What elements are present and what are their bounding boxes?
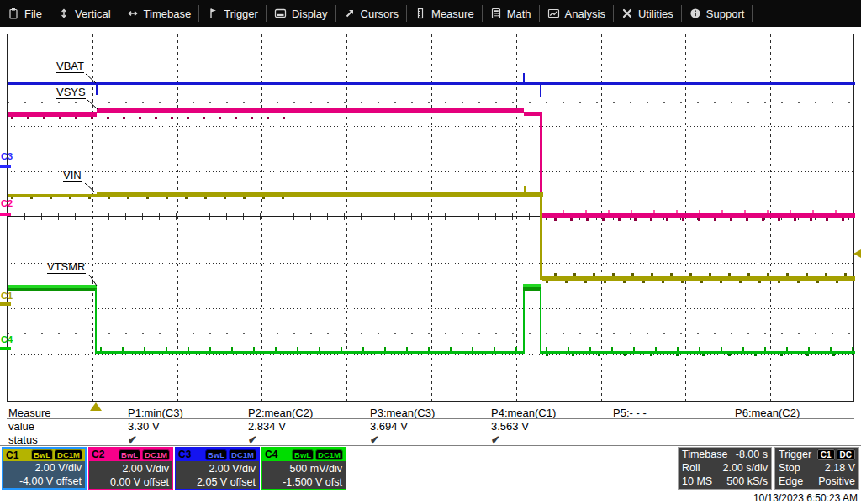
- channel-id: C1: [6, 449, 18, 461]
- channel-id: C2: [92, 449, 104, 460]
- menu-item-label: Math: [507, 8, 531, 20]
- channel-box-body: 2.00 V/div -4.00 V offset: [3, 461, 85, 488]
- channel-box-body: 2.00 V/div 0.00 V offset: [89, 461, 172, 489]
- coupling-badge: DC1M: [229, 449, 256, 460]
- channel-scale: 2.00 V/div: [209, 462, 256, 475]
- coupling-badge: DC1M: [315, 449, 343, 460]
- menu-item-display[interactable]: Display: [267, 0, 335, 27]
- menu-item-label: Cursors: [361, 8, 399, 20]
- menu-item-cursors[interactable]: Cursors: [336, 0, 407, 27]
- menu-item-timebase[interactable]: Timebase: [119, 0, 199, 27]
- timebase-samples: 10 MS: [682, 475, 712, 488]
- measure-column-p2[interactable]: P2:mean(C2) 2.834 V ✔: [248, 407, 366, 447]
- timebase-title: Timebase: [682, 449, 727, 461]
- channel-marker-label-c3: C3: [1, 152, 13, 161]
- menu-item-label: Support: [706, 8, 745, 20]
- menu-item-analysis[interactable]: Analysis: [540, 0, 613, 27]
- menu-item-vertical[interactable]: Vertical: [50, 0, 119, 27]
- trigger-position-marker[interactable]: [90, 402, 102, 411]
- trigger-slope: Positive: [818, 475, 855, 488]
- channel-box-c4[interactable]: C4 BwL DC1M 500 mV/div -1.500 V ofst: [261, 447, 346, 490]
- timebase-mode: Roll: [682, 462, 700, 475]
- channel-box-c2[interactable]: C2 BwL DC1M 2.00 V/div 0.00 V offset: [88, 447, 173, 490]
- ruler-icon: [415, 8, 426, 19]
- menu-item-label: Vertical: [75, 8, 111, 20]
- bandwidth-limit-badge: BwL: [205, 449, 227, 460]
- bandwidth-limit-badge: BwL: [292, 449, 314, 460]
- menu-item-trigger[interactable]: Trigger: [199, 0, 266, 27]
- trigger-flag-icon: [207, 8, 219, 19]
- menu-item-label: Analysis: [565, 8, 605, 20]
- channel-offset: 0.00 V offset: [110, 475, 169, 489]
- measure-value: 3.694 V: [370, 420, 488, 433]
- menu-item-file[interactable]: File: [0, 0, 50, 27]
- trigger-title: Trigger: [779, 449, 811, 461]
- channel-box-c1[interactable]: C1 BwL DC1M 2.00 V/div -4.00 V offset: [2, 447, 87, 490]
- display-monitor-icon: [274, 8, 287, 19]
- coupling-badge: DC1M: [55, 449, 82, 460]
- measure-column-p3[interactable]: P3:mean(C3) 3.694 V ✔: [370, 407, 488, 447]
- channel-scale: 2.00 V/div: [34, 461, 82, 475]
- channel-marker-c1[interactable]: [0, 302, 11, 306]
- measure-column-p6[interactable]: P6:mean(C2): [735, 407, 853, 447]
- measure-column-p4[interactable]: P4:mean(C1) 3.563 V ✔: [491, 407, 609, 447]
- channel-marker-c4[interactable]: [0, 347, 11, 350]
- timebase-position: -8.00 s: [736, 449, 768, 461]
- channel-box-header: C2 BwL DC1M: [89, 448, 172, 461]
- channel-marker-label-c4: C4: [1, 335, 13, 344]
- channel-marker-c3[interactable]: [0, 165, 11, 168]
- menu-separator: [752, 5, 753, 22]
- coupling-badge: DC1M: [142, 449, 170, 460]
- menu-item-label: Timebase: [144, 8, 192, 20]
- measure-column-p5[interactable]: P5:- - -: [613, 407, 731, 447]
- channel-id: C3: [178, 449, 191, 460]
- trigger-box[interactable]: Trigger C1DC Stop 2.18 V Edge Positive: [774, 447, 859, 490]
- menu-item-math[interactable]: Math: [483, 0, 539, 27]
- menu-item-utilities[interactable]: Utilities: [614, 0, 681, 27]
- section-divider: [0, 445, 861, 446]
- tools-icon: [621, 8, 633, 19]
- menu-item-measure[interactable]: Measure: [407, 0, 482, 27]
- trigger-type: Edge: [779, 475, 803, 488]
- channel-box-header: C1 BwL DC1M: [3, 449, 85, 461]
- channel-offset: 2.05 V offset: [197, 475, 256, 489]
- measure-value: 3.563 V: [491, 420, 609, 433]
- channel-box-header: C4 BwL DC1M: [262, 448, 346, 461]
- annotation-vbat: VBAT: [56, 60, 84, 73]
- annotation-vsys: VSYS: [56, 87, 86, 99]
- calculator-icon: [490, 8, 502, 19]
- channel-box-c3[interactable]: C3 BwL DC1M 2.00 V/div 2.05 V offset: [175, 447, 260, 490]
- measure-value: 2.834 V: [248, 420, 366, 433]
- chart-line-icon: [547, 8, 560, 19]
- trigger-level-marker[interactable]: [853, 249, 861, 258]
- file-icon: [8, 8, 19, 19]
- vertical-arrows-icon: [58, 8, 70, 19]
- bandwidth-limit-badge: BwL: [31, 449, 53, 460]
- trigger-mode: Stop: [779, 462, 800, 475]
- menu-item-label: Trigger: [224, 8, 258, 20]
- menu-bar: File Vertical Timebase Trigger Display C…: [0, 0, 861, 27]
- measure-column-p1[interactable]: P1:min(C3) 3.30 V ✔: [128, 407, 246, 447]
- menu-item-label: Utilities: [638, 8, 673, 20]
- channel-scale: 2.00 V/div: [122, 462, 169, 475]
- timebase-rate: 500 kS/s: [726, 475, 768, 488]
- timebase-box[interactable]: Timebase -8.00 s Roll 2.00 s/div 10 MS 5…: [678, 447, 772, 490]
- channel-marker-label-c2: C2: [1, 199, 13, 208]
- channel-box-body: 500 mV/div -1.500 V ofst: [262, 461, 346, 489]
- bandwidth-limit-badge: BwL: [119, 449, 140, 460]
- channel-box-body: 2.00 V/div 2.05 V offset: [176, 461, 259, 489]
- menu-item-support[interactable]: Support: [682, 0, 753, 27]
- annotation-vtsmr: VTSMR: [47, 261, 86, 274]
- timebase-scale: 2.00 s/div: [722, 462, 768, 475]
- menu-item-label: File: [24, 8, 42, 20]
- horizontal-arrows-icon: [127, 8, 139, 19]
- trigger-source-badge: C1: [817, 449, 835, 460]
- channel-marker-label-c1: C1: [1, 291, 13, 301]
- channel-marker-c2[interactable]: [0, 213, 11, 216]
- channel-id: C4: [265, 449, 277, 460]
- menu-item-label: Display: [292, 8, 328, 20]
- system-timestamp: 10/13/2023 6:50:23 AM: [753, 492, 858, 504]
- oscilloscope-screen: File Vertical Timebase Trigger Display C…: [0, 0, 861, 504]
- annotation-vin: VIN: [63, 170, 82, 182]
- waveform-display[interactable]: VBAT VSYS VIN VTSMR: [7, 34, 854, 402]
